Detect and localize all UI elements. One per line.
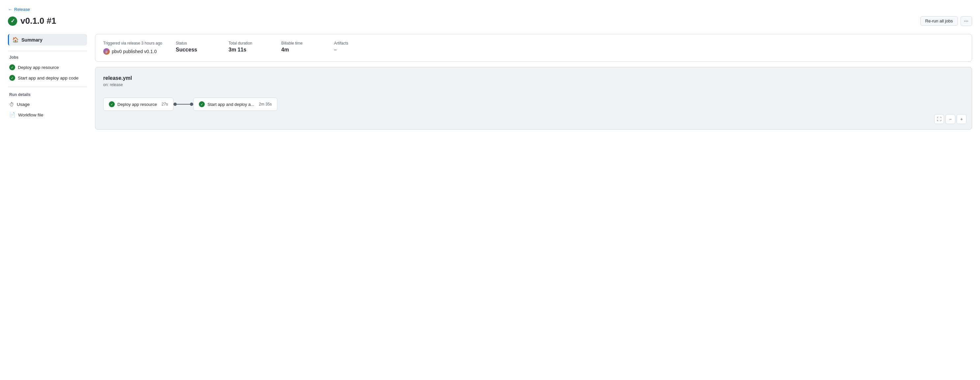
title-text: v0.1.0 #1: [21, 16, 56, 26]
duration-value: 3m 11s: [229, 47, 268, 53]
usage-icon: ⏱: [9, 102, 14, 107]
sidebar-item-deploy-app-resource[interactable]: ✓ Deploy app resource: [8, 62, 87, 72]
header-actions: Re-run all jobs ···: [920, 16, 972, 26]
triggered-section: Triggered via release 3 hours ago p pbv0…: [103, 41, 162, 55]
connector-dot-left: [173, 103, 177, 106]
artifacts-label: Artifacts: [334, 41, 374, 46]
node1-duration: 27s: [162, 102, 168, 107]
triggered-label: Triggered via release 3 hours ago: [103, 41, 162, 46]
sidebar-item-start-app[interactable]: ✓ Start app and deploy app code: [8, 73, 87, 83]
duration-label: Total duration: [229, 41, 268, 46]
success-icon-job1: ✓: [9, 64, 15, 70]
workflow-controls: ⛶ − +: [934, 114, 966, 124]
fullscreen-button[interactable]: ⛶: [934, 114, 944, 124]
workflow-node-2[interactable]: ✓ Start app and deploy a... 2m 35s: [193, 98, 277, 111]
right-content: Triggered via release 3 hours ago p pbv0…: [95, 34, 972, 130]
back-link-label: Release: [14, 7, 30, 12]
billable-label: Billable time: [281, 41, 321, 46]
workflow-diagram: ✓ Deploy app resource 27s ✓ Start app an…: [103, 98, 964, 111]
sidebar-summary-item[interactable]: 🏠 Summary: [8, 34, 87, 46]
home-icon: 🏠: [12, 37, 19, 43]
summary-label: Summary: [21, 37, 43, 43]
billable-section: Billable time 4m: [281, 41, 321, 53]
avatar: p: [103, 48, 110, 55]
jobs-section-label: Jobs: [8, 55, 87, 60]
zoom-out-button[interactable]: −: [945, 114, 955, 124]
workflow-title: release.yml: [103, 75, 964, 81]
duration-section: Total duration 3m 11s: [229, 41, 268, 53]
more-options-button[interactable]: ···: [961, 16, 972, 26]
sidebar-divider-bottom: [8, 87, 87, 87]
workflow-card: release.yml on: release ✓ Deploy app res…: [95, 67, 972, 130]
main-layout: 🏠 Summary Jobs ✓ Deploy app resource ✓ S…: [8, 34, 972, 130]
workflow-node-1[interactable]: ✓ Deploy app resource 27s: [103, 98, 173, 111]
rerun-all-jobs-button[interactable]: Re-run all jobs: [920, 16, 958, 26]
sidebar-item-usage[interactable]: ⏱ Usage: [8, 100, 87, 109]
success-icon-large: ✓: [8, 16, 17, 26]
connector-line: [177, 104, 190, 105]
run-details-label: Run details: [8, 92, 87, 97]
artifacts-value: –: [334, 47, 374, 52]
billable-value: 4m: [281, 47, 321, 53]
node2-duration: 2m 35s: [259, 102, 272, 107]
page-title: ✓ v0.1.0 #1: [8, 16, 56, 26]
back-arrow-icon: ←: [8, 7, 12, 12]
workflow-file-label: Workflow file: [18, 113, 43, 118]
node2-label: Start app and deploy a...: [207, 102, 254, 107]
run-details-section: Run details ⏱ Usage 📄 Workflow file: [8, 92, 87, 120]
sidebar-item-workflow-file[interactable]: 📄 Workflow file: [8, 110, 87, 120]
connector-dot-right: [190, 103, 193, 106]
job2-label: Start app and deploy app code: [18, 76, 78, 81]
triggered-value: pbv0 published v0.1.0: [112, 49, 157, 54]
node1-label: Deploy app resource: [118, 102, 157, 107]
status-label: Status: [176, 41, 215, 46]
workflow-trigger: on: release: [103, 83, 964, 87]
header-row: ✓ v0.1.0 #1 Re-run all jobs ···: [8, 16, 972, 26]
zoom-in-button[interactable]: +: [956, 114, 966, 124]
usage-label: Usage: [17, 102, 30, 107]
workflow-file-icon: 📄: [9, 112, 16, 118]
triggered-row: p pbv0 published v0.1.0: [103, 48, 162, 55]
status-section: Status Success: [176, 41, 215, 53]
connector: [173, 103, 193, 106]
sidebar: 🏠 Summary Jobs ✓ Deploy app resource ✓ S…: [8, 34, 87, 130]
job1-label: Deploy app resource: [18, 65, 59, 70]
success-icon-node1: ✓: [109, 101, 115, 107]
artifacts-section: Artifacts –: [334, 41, 374, 52]
status-value: Success: [176, 47, 215, 53]
info-card: Triggered via release 3 hours ago p pbv0…: [95, 34, 972, 62]
success-icon-node2: ✓: [199, 101, 205, 107]
success-icon-job2: ✓: [9, 75, 15, 81]
back-link[interactable]: ← Release: [8, 7, 30, 12]
